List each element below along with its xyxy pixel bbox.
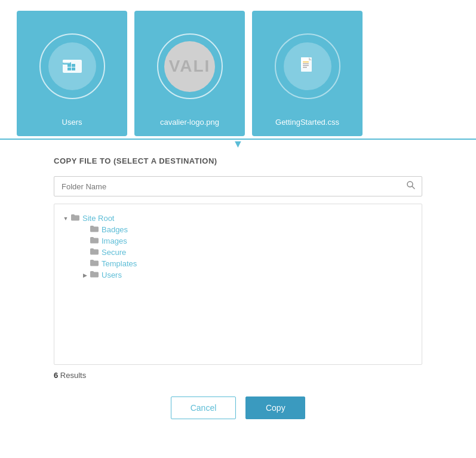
file-cards-area: Users VALI cavalier-logo.png xyxy=(0,0,476,136)
logo-text: VALI xyxy=(169,57,211,76)
cancel-button[interactable]: Cancel xyxy=(171,396,237,419)
tree-item-site-root[interactable]: ▼ Site Root xyxy=(62,213,414,224)
results-row: 6 Results xyxy=(54,371,422,380)
tree-item-templates[interactable]: ▶ Templates xyxy=(81,258,414,269)
svg-rect-5 xyxy=(67,67,71,70)
tree-item-badges[interactable]: ▶ Badges xyxy=(81,224,414,235)
folder-search-input[interactable] xyxy=(54,177,400,196)
divider-row: ▼ xyxy=(0,139,476,140)
svg-rect-13 xyxy=(303,62,309,63)
svg-rect-11 xyxy=(303,65,309,66)
tree-label-site-root: Site Root xyxy=(82,214,114,223)
tree-label-users: Users xyxy=(102,271,122,279)
svg-rect-12 xyxy=(303,67,307,68)
file-card-cavalier[interactable]: VALI cavalier-logo.png xyxy=(134,11,245,136)
tree-item-users[interactable]: ▶ Users xyxy=(81,269,414,281)
folder-icon-templates xyxy=(90,259,99,268)
svg-rect-10 xyxy=(303,63,309,64)
search-button[interactable] xyxy=(400,177,422,196)
collapse-icon: ▼ xyxy=(62,214,70,223)
copy-button[interactable]: Copy xyxy=(245,396,305,419)
card-label-css: GettingStarted.css xyxy=(275,118,339,127)
folder-icon-images xyxy=(90,236,99,245)
svg-rect-8 xyxy=(301,57,309,68)
tree-label-secure: Secure xyxy=(102,248,126,257)
search-row xyxy=(54,176,422,196)
file-card-css[interactable]: GettingStarted.css xyxy=(252,11,363,136)
card-label-users: Users xyxy=(62,118,82,127)
svg-rect-6 xyxy=(72,67,75,70)
dropdown-arrow-icon: ▼ xyxy=(233,139,244,149)
file-card-users[interactable]: Users xyxy=(17,11,127,136)
folder-icon-badges xyxy=(90,225,99,234)
folder-icon-secure xyxy=(90,248,99,257)
icon-outer-circle xyxy=(39,33,105,99)
tree-label-templates: Templates xyxy=(102,259,137,268)
tree-item-images[interactable]: ▶ Images xyxy=(81,235,414,247)
tree-label-images: Images xyxy=(102,236,127,245)
buttons-row: Cancel Copy xyxy=(54,396,422,419)
icon-inner-circle xyxy=(48,42,96,90)
folder-tree: ▼ Site Root ▶ Badges ▶ xyxy=(54,204,422,365)
svg-rect-4 xyxy=(72,64,75,67)
svg-rect-3 xyxy=(67,64,71,67)
folder-icon-root xyxy=(71,214,79,223)
tree-label-badges: Badges xyxy=(102,225,128,234)
svg-rect-2 xyxy=(63,60,70,63)
icon-inner-circle-2: VALI xyxy=(164,41,215,92)
tree-item-secure[interactable]: ▶ Secure xyxy=(81,247,414,258)
windows-folder-icon xyxy=(61,55,84,78)
icon-inner-circle-3 xyxy=(284,42,331,90)
dialog-title: COPY FILE TO (SELECT A DESTINATION) xyxy=(54,156,422,165)
results-text: Results xyxy=(60,371,86,380)
expand-icon-users: ▶ xyxy=(81,271,89,279)
icon-outer-circle-3 xyxy=(275,33,340,99)
folder-icon-users xyxy=(90,271,99,279)
svg-line-15 xyxy=(412,186,414,189)
search-icon xyxy=(406,180,416,190)
copy-dialog: COPY FILE TO (SELECT A DESTINATION) ▼ Si… xyxy=(0,140,476,437)
results-count: 6 xyxy=(54,371,58,380)
card-label-cavalier: cavalier-logo.png xyxy=(160,118,219,127)
css-file-icon xyxy=(297,56,318,77)
icon-outer-circle-2: VALI xyxy=(157,33,223,99)
